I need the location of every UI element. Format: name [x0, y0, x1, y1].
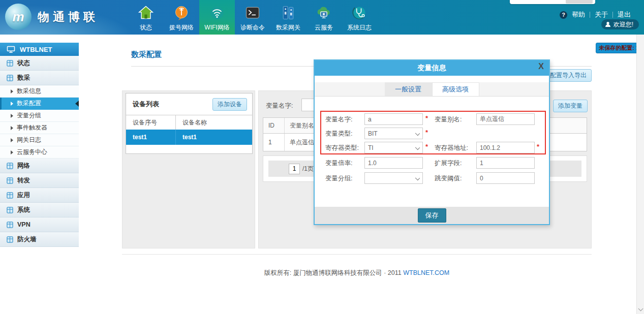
sidebar-header: WTBLNET: [0, 43, 79, 56]
scroll-down-icon[interactable]: [638, 307, 642, 311]
nav-item-label: 系统日志: [347, 23, 372, 32]
variable-alias-input[interactable]: [476, 113, 535, 125]
nav-item-diagnostic-command[interactable]: 诊断命令: [235, 0, 270, 35]
welcome-badge[interactable]: 欢迎您!: [601, 19, 639, 29]
divider: [612, 12, 613, 18]
nav-item-label: 状态: [140, 23, 152, 32]
field-label-ratio: 变量倍率:: [325, 159, 352, 168]
sidebar-item-forwarding[interactable]: 转发: [0, 173, 79, 188]
register-type-value: TI: [368, 144, 374, 151]
field-label-group: 变量分组:: [325, 174, 352, 183]
required-marker: *: [425, 114, 428, 122]
table-row-selected[interactable]: test1 test1: [126, 130, 252, 145]
save-button[interactable]: 保存: [418, 208, 446, 223]
home-icon: [137, 4, 155, 22]
field-label-ext-field: 扩展字段:: [435, 159, 462, 168]
register-address-input[interactable]: [476, 142, 535, 153]
logo-orb-icon: m: [5, 4, 32, 30]
nav-item-label: 拨号网络: [169, 23, 194, 32]
sidebar-item-variable-group[interactable]: 变量分组: [0, 110, 79, 122]
top-links: ? 帮助 关于 退出: [560, 10, 631, 19]
sidebar-item-cloud-center[interactable]: 云服务中心: [0, 146, 79, 159]
variable-info-dialog: 变量信息 X 一般设置 高级选项 变量名字: * 变量别名: 变量类型: BIT…: [314, 59, 550, 225]
field-label-alias: 变量别名:: [435, 115, 462, 124]
unsaved-config-badge[interactable]: 未保存的配置: 1: [596, 43, 642, 53]
arrow-right-icon: [11, 89, 13, 93]
chevron-down-icon: [415, 176, 420, 180]
ext-field-input[interactable]: [476, 157, 535, 169]
register-type-select[interactable]: TI: [364, 142, 423, 153]
chevron-down-icon: [415, 131, 420, 136]
sidebar-header-label: WTBLNET: [20, 46, 52, 53]
arrow-right-icon: [11, 150, 13, 154]
user-icon: [605, 21, 611, 27]
sidebar-item-data-collection[interactable]: 数采: [0, 71, 79, 85]
nav-item-label: WIFI网络: [204, 23, 229, 32]
dialup-signal-icon: [172, 4, 191, 22]
sidebar-item-application[interactable]: 应用: [0, 188, 79, 203]
sidebar-item-event-trigger[interactable]: 事件触发器: [0, 122, 79, 134]
column-header-serial: 设备序号: [126, 115, 176, 130]
cutoff-search-box[interactable]: [510, 0, 595, 4]
grid-icon: [7, 207, 13, 213]
device-list-header: 设备列表 添加设备: [126, 93, 252, 115]
variable-group-select[interactable]: [364, 172, 423, 184]
help-icon: ?: [560, 11, 567, 19]
device-table-header: 设备序号 设备名称: [126, 115, 252, 130]
sidebar-item-network[interactable]: 网络: [0, 159, 79, 173]
tab-advanced-options[interactable]: 高级选项: [432, 82, 479, 96]
sidebar-item-system[interactable]: 系统: [0, 203, 79, 217]
variable-name-input[interactable]: [364, 113, 423, 125]
arrow-right-icon: [11, 114, 13, 118]
add-device-button[interactable]: 添加设备: [212, 98, 247, 111]
field-label-name: 变量名字:: [325, 115, 352, 124]
variable-type-select[interactable]: BIT: [364, 128, 423, 139]
config-import-export-button[interactable]: 配置导入导出: [545, 69, 592, 82]
variable-ratio-input[interactable]: [364, 157, 423, 169]
about-link[interactable]: 关于: [595, 10, 608, 19]
column-header-name: 设备名称: [176, 115, 252, 130]
field-label-type: 变量类型:: [325, 130, 352, 138]
sidebar-item-label: 网关日志: [17, 136, 41, 144]
field-label-threshold: 跳变阈值:: [435, 174, 462, 183]
nav-item-status[interactable]: 状态: [128, 0, 164, 35]
wtblnet-link[interactable]: WTBLNET.COM: [403, 269, 449, 276]
sidebar-item-gateway-log[interactable]: 网关日志: [0, 134, 79, 146]
field-label-register-type: 寄存器类型:: [325, 144, 359, 152]
sidebar-item-data-config[interactable]: 数采配置: [0, 98, 79, 110]
nav-item-label: 数采网关: [276, 23, 300, 32]
nav-item-dialup-network[interactable]: 拨号网络: [164, 0, 199, 35]
gateway-servers-icon: [279, 4, 297, 22]
add-variable-button[interactable]: 添加变量: [553, 100, 588, 112]
vertical-scrollbar[interactable]: [636, 35, 644, 314]
grid-icon: [7, 192, 13, 199]
sidebar-item-label: 数采配置: [17, 99, 41, 108]
nav-item-label: 诊断命令: [240, 23, 265, 32]
sidebar-item-label: VPN: [17, 221, 30, 228]
sidebar-item-label: 转发: [17, 176, 30, 185]
sidebar-item-vpn[interactable]: VPN: [0, 217, 79, 232]
dialog-titlebar: 变量信息 X: [315, 60, 549, 76]
logout-link[interactable]: 退出: [618, 10, 631, 19]
nav-item-cloud-service[interactable]: 云服务: [306, 0, 342, 35]
arrow-right-icon: [11, 138, 13, 142]
arrow-right-icon: [11, 126, 13, 130]
nav-item-system-log[interactable]: 系统日志: [342, 0, 377, 35]
sidebar-item-firewall[interactable]: 防火墙: [0, 232, 79, 247]
sidebar-item-label: 防火墙: [17, 235, 37, 244]
cutoff-search-button[interactable]: [566, 0, 593, 4]
page-title: 数采配置: [131, 50, 162, 59]
sidebar-item-data-info[interactable]: 数采信息: [0, 85, 79, 98]
device-table: 设备序号 设备名称 test1 test1: [126, 115, 252, 145]
nav-item-wifi-network[interactable]: WIFI网络: [199, 0, 235, 35]
device-list-panel: 设备列表 添加设备 设备序号 设备名称 test1 test1: [126, 93, 253, 154]
divider: [122, 254, 592, 255]
jump-threshold-input[interactable]: [476, 172, 535, 184]
close-icon[interactable]: X: [538, 62, 544, 71]
help-link[interactable]: 帮助: [572, 10, 585, 19]
tab-general-settings[interactable]: 一般设置: [385, 82, 432, 96]
chevron-down-icon: [415, 145, 420, 150]
nav-item-data-gateway[interactable]: 数采网关: [270, 0, 306, 35]
page-number-input[interactable]: [289, 164, 300, 174]
sidebar-item-status[interactable]: 状态: [0, 56, 79, 71]
